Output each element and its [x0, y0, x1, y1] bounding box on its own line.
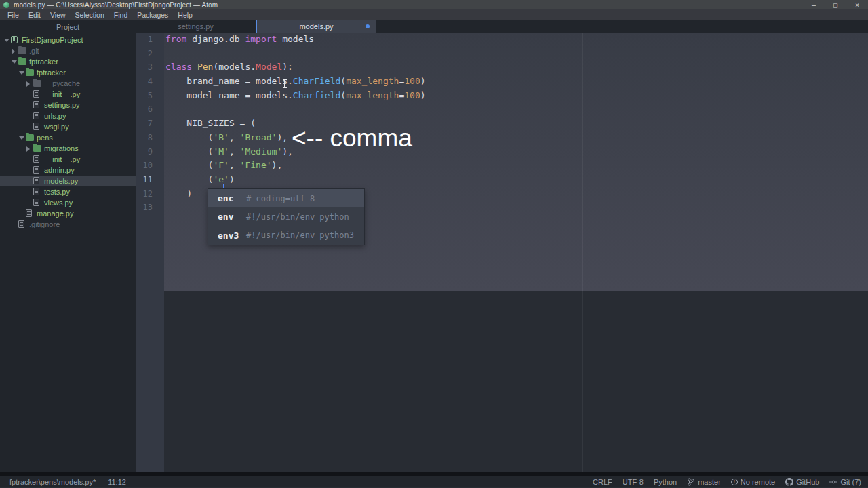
line-ending-selector[interactable]: CRLF	[593, 478, 612, 486]
menu-item-help[interactable]: Help	[173, 9, 197, 20]
editor-pane[interactable]: 12345678910111213 from django.db import …	[136, 33, 868, 472]
tree-item-label: urls.py	[44, 112, 66, 120]
remote-status[interactable]: ! No remote	[731, 478, 775, 486]
code-token: )	[420, 76, 426, 86]
tree-item-label: fptracker	[29, 58, 58, 66]
tab-models-py[interactable]: models.py	[256, 20, 376, 33]
code-line-11: ('e')	[165, 173, 426, 187]
code-token: 'M'	[213, 146, 229, 157]
tree-item--init-py[interactable]: __init__.py	[0, 154, 136, 165]
folder-icon	[18, 47, 26, 54]
line-number: 7	[136, 117, 164, 131]
code-token: 'Medium'	[240, 146, 283, 157]
maximize-button[interactable]: □	[825, 0, 846, 9]
chevron-down-icon	[4, 39, 9, 42]
tree-item--git[interactable]: .git	[0, 45, 136, 56]
tree-item-urls-py[interactable]: urls.py	[0, 110, 136, 121]
tree-item-wsgi-py[interactable]: wsgi.py	[0, 121, 136, 132]
git-branch-status[interactable]: master	[687, 478, 721, 486]
github-icon	[785, 478, 793, 486]
autocomplete-item-env[interactable]: env#!/usr/bin/env python	[208, 207, 364, 226]
project-panel-header: Project	[0, 20, 136, 34]
tree-item-label: __init__.py	[44, 90, 80, 98]
tree-item-manage-py[interactable]: manage.py	[0, 208, 136, 219]
chevron-down-icon	[19, 71, 24, 75]
tree-item-fptracker[interactable]: fptracker	[0, 56, 136, 67]
git-tab-toggle[interactable]: Git (7)	[829, 478, 861, 486]
grammar-selector[interactable]: Python	[654, 478, 677, 486]
code-token: class	[165, 62, 192, 72]
file-icon	[33, 101, 39, 108]
encoding-selector[interactable]: UTF-8	[623, 478, 644, 486]
atom-logo-icon	[3, 2, 9, 8]
repo-icon	[11, 36, 18, 43]
modified-dot-icon	[366, 24, 370, 28]
code-token: brand_name = models.	[165, 76, 293, 86]
status-bar-left: fptracker\pens\models.py* 11:12	[0, 478, 126, 486]
menu-item-edit[interactable]: Edit	[24, 9, 45, 20]
autocomplete-item-env3[interactable]: env3#!/usr/bin/env python3	[208, 226, 364, 245]
title-bar: models.py — C:\Users\Alyssa\Desktop\Firs…	[0, 0, 868, 9]
code-token: Charfield	[293, 90, 340, 100]
code-token: Pen	[197, 62, 213, 72]
line-number: 12	[136, 187, 164, 201]
tree-item-firstdjangoproject[interactable]: FirstDjangoProject	[0, 35, 136, 45]
menu-item-view[interactable]: View	[45, 9, 71, 20]
code-token: )	[165, 188, 192, 199]
menu-item-find[interactable]: Find	[109, 9, 132, 20]
line-number: 3	[136, 60, 164, 75]
tree-item-label: admin.py	[44, 166, 75, 174]
tree-item-views-py[interactable]: views.py	[0, 197, 136, 208]
tree-item-tests-py[interactable]: tests.py	[0, 186, 136, 197]
window-controls: – □ ×	[803, 0, 868, 9]
window-title: models.py — C:\Users\Alyssa\Desktop\Firs…	[14, 1, 218, 9]
close-button[interactable]: ×	[846, 0, 868, 9]
file-icon	[18, 220, 24, 228]
tree-item-fptracker[interactable]: fptracker	[0, 67, 136, 78]
code-token: ,	[229, 160, 240, 170]
tree-item--init-py[interactable]: __init__.py	[0, 89, 136, 100]
autocomplete-word: env	[218, 211, 246, 222]
tree-item-models-py[interactable]: models.py	[0, 176, 136, 186]
tree-item--pycache-[interactable]: __pycache__	[0, 78, 136, 89]
file-icon	[33, 90, 39, 98]
tree-item-label: wsgi.py	[44, 123, 69, 131]
code-token: 'Fine'	[240, 160, 272, 170]
menu-item-file[interactable]: File	[3, 9, 24, 20]
folder-icon	[33, 145, 41, 152]
github-status[interactable]: GitHub	[785, 478, 819, 486]
code-token: (	[340, 76, 346, 86]
line-number: 13	[136, 201, 164, 215]
code-token: ):	[282, 62, 293, 72]
code-token: (	[165, 174, 213, 184]
mouse-ibeam-cursor	[282, 79, 288, 88]
tree-item-migrations[interactable]: migrations	[0, 143, 136, 154]
chevron-right-icon	[26, 146, 30, 152]
menu-item-packages[interactable]: Packages	[132, 9, 173, 20]
minimize-button[interactable]: –	[803, 0, 825, 9]
code-token: 'e	[213, 174, 224, 184]
tree-item-label: __pycache__	[44, 79, 88, 87]
code-token: import	[245, 34, 277, 44]
code-token: '	[224, 174, 229, 184]
file-path-status[interactable]: fptracker\pens\models.py*	[9, 478, 96, 486]
code-line-10: ('F', 'Fine'),	[165, 159, 426, 173]
tree-item-label: tests.py	[44, 188, 70, 196]
tree-item-settings-py[interactable]: settings.py	[0, 100, 136, 110]
menu-item-selection[interactable]: Selection	[71, 9, 109, 20]
autocomplete-item-enc[interactable]: enc# coding=utf-8	[208, 189, 364, 207]
code-line-2	[165, 47, 426, 61]
code-token: )	[420, 90, 426, 100]
tree-item--gitignore[interactable]: .gitignore	[0, 219, 136, 230]
tab-settings-py[interactable]: settings.py	[136, 20, 256, 33]
code-token: ,	[229, 132, 240, 142]
code-token: (models.	[213, 62, 256, 72]
project-tree: FirstDjangoProject.gitfptrackerfptracker…	[0, 35, 136, 230]
code-token: (	[165, 146, 213, 157]
tree-item-admin-py[interactable]: admin.py	[0, 165, 136, 176]
alert-icon: !	[731, 479, 738, 485]
tree-item-pens[interactable]: pens	[0, 132, 136, 143]
line-number: 9	[136, 145, 164, 159]
line-number: 5	[136, 89, 164, 103]
cursor-position-status[interactable]: 11:12	[108, 478, 126, 486]
